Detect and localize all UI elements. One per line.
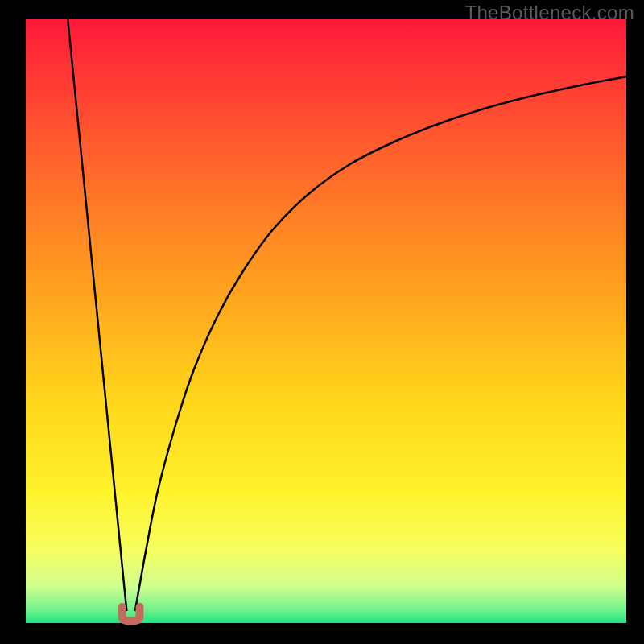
- plot-area: [26, 19, 626, 623]
- bottleneck-chart: [0, 0, 644, 644]
- watermark-text: TheBottleneck.com: [464, 2, 634, 24]
- chart-frame: TheBottleneck.com: [0, 0, 644, 644]
